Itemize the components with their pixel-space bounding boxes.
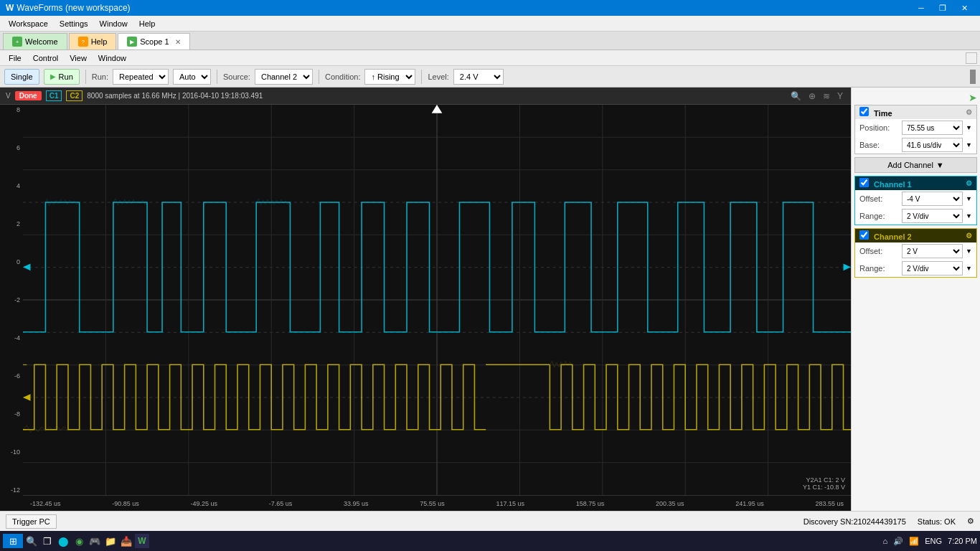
menu-window[interactable]: Window — [94, 18, 133, 29]
measure-icon[interactable]: ≋ — [821, 91, 832, 101]
welcome-tab-label: Welcome — [25, 37, 58, 46]
menu-window2[interactable]: Window — [93, 52, 132, 64]
channel2-settings-icon[interactable]: ⚙ — [966, 232, 972, 240]
help-tab-icon: ? — [78, 37, 88, 47]
ch2-offset-label: Offset: — [859, 247, 899, 255]
y-label-8: 8 — [0, 106, 23, 113]
menu-view[interactable]: View — [64, 52, 93, 64]
taskbar: ⊞ 🔍 ❐ ⬤ ◉ 🎮 📁 📥 W ⌂ 🔊 📶 ENG 7:20 PM — [0, 531, 980, 551]
taskbar-task-view[interactable]: ❐ — [40, 534, 55, 548]
source-select[interactable]: Channel 1 Channel 2 — [255, 69, 313, 85]
channel2-header: Channel 2 ⚙ — [855, 229, 976, 242]
ch1-range-select[interactable]: 2 V/div — [902, 209, 963, 223]
channel-icon[interactable]: Y — [835, 91, 845, 101]
x-label-10: 283.55 us — [815, 500, 844, 507]
scope-tab-label: Scope 1 — [140, 37, 169, 46]
channel1-range-row: Range: 2 V/div ▼ — [855, 207, 976, 225]
channel1-offset-row: Offset: -4 V ▼ — [855, 190, 976, 207]
add-channel-label: Add Channel — [887, 161, 933, 169]
channel2-offset-row: Offset: 2 V ▼ — [855, 242, 976, 260]
auto-select[interactable]: Auto — [173, 69, 211, 85]
close-button[interactable]: ✕ — [954, 1, 974, 14]
x-label-5: 75.55 us — [420, 500, 445, 507]
condition-select[interactable]: ↑ Rising ↓ Falling — [364, 69, 415, 85]
position-select[interactable]: 75.55 us — [902, 121, 963, 135]
status-bar: Trigger PC Discovery SN:210244439175 Sta… — [0, 511, 980, 531]
level-label: Level: — [428, 72, 448, 81]
add-channel-button[interactable]: Add Channel ▼ — [854, 157, 977, 173]
channel1-label: Channel 1 — [874, 180, 912, 189]
taskbar-notification[interactable]: ⌂ — [883, 537, 888, 545]
y-label-0: 0 — [0, 258, 23, 265]
ch2-badge[interactable]: C2 — [66, 90, 83, 101]
time-section: Time ⚙ Position: 75.55 us ▼ Base: 41.6 u… — [854, 105, 977, 154]
taskbar-app5[interactable]: 📥 — [119, 534, 133, 548]
time-settings-icon[interactable]: ⚙ — [966, 108, 972, 116]
tab-welcome[interactable]: + Welcome — [3, 33, 67, 50]
second-menu-bar: File Control View Window — [0, 50, 980, 66]
single-button[interactable]: Single — [4, 69, 39, 85]
x-unit-label: V — [6, 92, 11, 100]
welcome-tab-icon: + — [12, 37, 22, 47]
run-button[interactable]: ▶ Run — [44, 69, 80, 85]
taskbar-network[interactable]: 📶 — [909, 537, 919, 546]
source-label: Source: — [223, 72, 250, 81]
ch1-range-arrow[interactable]: ▼ — [966, 212, 972, 220]
y-label-n8: -8 — [0, 410, 23, 418]
position-dropdown-icon[interactable]: ▼ — [966, 124, 972, 131]
tab-help[interactable]: ? Help — [69, 33, 117, 50]
cursor-icon[interactable]: ⊕ — [806, 91, 818, 101]
channel1-checkbox[interactable] — [859, 178, 869, 187]
level-select[interactable]: 2.4 V — [453, 69, 504, 85]
scope-canvas[interactable]: 8 6 4 2 0 -2 -4 -6 -8 -10 -12 — [0, 105, 851, 511]
ch2-offset-select[interactable]: 2 V — [902, 244, 963, 258]
x-label-7: 158.75 us — [576, 500, 605, 507]
menu-settings[interactable]: Settings — [54, 18, 94, 29]
taskbar-right: ⌂ 🔊 📶 ENG 7:20 PM — [883, 537, 977, 546]
run-mode-select[interactable]: Single Repeated Screen — [113, 69, 169, 85]
trigger-pc-button[interactable]: Trigger PC — [6, 514, 57, 529]
ch1-range-label: Range: — [859, 212, 899, 220]
taskbar-edge[interactable]: ⬤ — [56, 534, 70, 548]
base-select[interactable]: 41.6 us/div — [902, 138, 963, 152]
taskbar-lang[interactable]: ENG — [925, 537, 942, 545]
taskbar-steam[interactable]: 🎮 — [88, 534, 102, 548]
ch1-badge[interactable]: C1 — [46, 90, 62, 101]
taskbar-explorer[interactable]: 📁 — [103, 534, 118, 548]
position-label: Position: — [859, 123, 899, 132]
separator-2 — [217, 70, 217, 84]
y-label-n6: -6 — [0, 372, 23, 380]
status-bar-right: Discovery SN:210244439175 Status: OK ⚙ — [804, 517, 974, 526]
time-checkbox[interactable] — [859, 107, 869, 116]
tab-scope1[interactable]: ▶ Scope 1 ✕ — [118, 33, 189, 50]
taskbar-search[interactable]: 🔍 — [24, 534, 39, 548]
ch2-range-arrow[interactable]: ▼ — [966, 265, 972, 272]
start-button[interactable]: ⊞ — [3, 534, 23, 548]
ch1-offset-arrow[interactable]: ▼ — [966, 195, 972, 202]
panel-arrow: ➤ — [969, 92, 977, 103]
drag-handle[interactable] — [970, 70, 976, 84]
y-label-6: 6 — [0, 144, 23, 151]
base-dropdown-icon[interactable]: ▼ — [966, 141, 972, 149]
zoom-icon[interactable]: 🔍 — [788, 91, 804, 101]
menu-help[interactable]: Help — [133, 18, 161, 29]
maximize-icon[interactable] — [966, 52, 977, 64]
taskbar-chrome[interactable]: ◉ — [72, 534, 86, 548]
run-icon: ▶ — [50, 72, 56, 80]
time-base-row: Base: 41.6 us/div ▼ — [855, 136, 976, 154]
ch2-offset-arrow[interactable]: ▼ — [966, 248, 972, 255]
minimize-button[interactable]: ─ — [911, 1, 931, 14]
ch1-offset-select[interactable]: -4 V — [902, 192, 963, 206]
menu-file[interactable]: File — [3, 52, 27, 64]
ch2-range-select[interactable]: 2 V/div — [902, 261, 963, 276]
taskbar-volume[interactable]: 🔊 — [893, 537, 903, 546]
channel2-checkbox[interactable] — [859, 230, 869, 240]
menu-control[interactable]: Control — [27, 52, 64, 64]
scope-tab-close[interactable]: ✕ — [175, 38, 181, 46]
menu-bar: Workspace Settings Window Help — [0, 16, 980, 32]
taskbar-waveforms[interactable]: W — [135, 534, 149, 548]
menu-workspace[interactable]: Workspace — [3, 18, 54, 29]
channel1-settings-icon[interactable]: ⚙ — [966, 179, 972, 187]
settings-icon[interactable]: ⚙ — [967, 517, 974, 526]
restore-button[interactable]: ❐ — [933, 1, 953, 14]
